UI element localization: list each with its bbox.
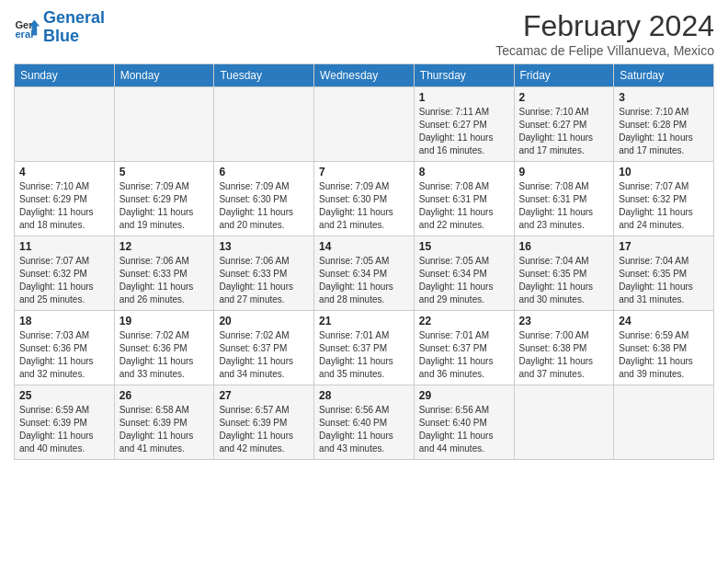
calendar-cell [114,87,214,162]
day-number: 9 [519,166,609,178]
calendar-cell: 7Sunrise: 7:09 AMSunset: 6:30 PMDaylight… [314,162,415,236]
day-number: 3 [619,91,709,104]
calendar-cell: 12Sunrise: 7:06 AMSunset: 6:33 PMDayligh… [114,236,214,311]
calendar-cell: 20Sunrise: 7:02 AMSunset: 6:37 PMDayligh… [214,311,314,385]
day-number: 6 [219,166,309,178]
day-info: Sunrise: 6:58 AMSunset: 6:39 PMDaylight:… [119,404,210,455]
logo-text-line2: Blue [43,28,105,46]
day-info: Sunrise: 7:10 AMSunset: 6:29 PMDaylight:… [19,180,109,232]
calendar-cell: 13Sunrise: 7:06 AMSunset: 6:33 PMDayligh… [214,236,314,311]
calendar-week-row: 25Sunrise: 6:59 AMSunset: 6:39 PMDayligh… [15,385,714,460]
calendar-cell: 10Sunrise: 7:07 AMSunset: 6:32 PMDayligh… [614,162,714,236]
day-info: Sunrise: 6:56 AMSunset: 6:40 PMDaylight:… [319,404,409,455]
day-number: 8 [419,166,509,178]
calendar-cell: 9Sunrise: 7:08 AMSunset: 6:31 PMDaylight… [514,162,614,236]
calendar-cell: 1Sunrise: 7:11 AMSunset: 6:27 PMDaylight… [414,87,514,162]
day-info: Sunrise: 6:57 AMSunset: 6:39 PMDaylight:… [219,404,309,455]
calendar-cell: 29Sunrise: 6:56 AMSunset: 6:40 PMDayligh… [414,385,514,460]
day-info: Sunrise: 6:56 AMSunset: 6:40 PMDaylight:… [419,404,509,455]
calendar-cell: 17Sunrise: 7:04 AMSunset: 6:35 PMDayligh… [614,236,714,311]
calendar-cell: 18Sunrise: 7:03 AMSunset: 6:36 PMDayligh… [15,311,115,385]
page-header: Gen eral General Blue February 2024 Teca… [14,9,714,58]
day-info: Sunrise: 6:59 AMSunset: 6:38 PMDaylight:… [619,329,709,381]
col-header-friday: Friday [514,64,614,87]
calendar-cell: 15Sunrise: 7:05 AMSunset: 6:34 PMDayligh… [414,236,514,311]
col-header-monday: Monday [114,64,214,87]
calendar-cell: 16Sunrise: 7:04 AMSunset: 6:35 PMDayligh… [514,236,614,311]
day-number: 28 [319,389,409,402]
calendar-week-row: 18Sunrise: 7:03 AMSunset: 6:36 PMDayligh… [15,311,714,385]
day-info: Sunrise: 7:04 AMSunset: 6:35 PMDaylight:… [619,255,709,306]
day-number: 23 [519,315,609,327]
calendar-cell: 3Sunrise: 7:10 AMSunset: 6:28 PMDaylight… [614,87,714,162]
day-number: 26 [119,389,210,402]
day-info: Sunrise: 7:02 AMSunset: 6:36 PMDaylight:… [119,329,210,381]
day-number: 10 [619,166,709,178]
day-number: 20 [219,315,309,327]
calendar-week-row: 4Sunrise: 7:10 AMSunset: 6:29 PMDaylight… [15,162,714,236]
day-info: Sunrise: 7:06 AMSunset: 6:33 PMDaylight:… [219,255,309,306]
day-info: Sunrise: 7:07 AMSunset: 6:32 PMDaylight:… [19,255,109,306]
calendar-week-row: 11Sunrise: 7:07 AMSunset: 6:32 PMDayligh… [15,236,714,311]
day-info: Sunrise: 7:06 AMSunset: 6:33 PMDaylight:… [119,255,210,306]
page-title: February 2024 [495,9,714,43]
logo: Gen eral General Blue [14,9,105,46]
day-number: 19 [119,315,210,327]
day-info: Sunrise: 7:09 AMSunset: 6:30 PMDaylight:… [219,180,309,232]
calendar-cell: 23Sunrise: 7:00 AMSunset: 6:38 PMDayligh… [514,311,614,385]
day-number: 11 [19,240,109,253]
day-info: Sunrise: 7:09 AMSunset: 6:30 PMDaylight:… [319,180,409,232]
day-number: 22 [419,315,509,327]
col-header-thursday: Thursday [414,64,514,87]
calendar-cell: 27Sunrise: 6:57 AMSunset: 6:39 PMDayligh… [214,385,314,460]
day-info: Sunrise: 7:08 AMSunset: 6:31 PMDaylight:… [519,180,609,232]
logo-text-line1: General [43,9,105,28]
calendar-table: SundayMondayTuesdayWednesdayThursdayFrid… [14,63,714,460]
day-info: Sunrise: 7:04 AMSunset: 6:35 PMDaylight:… [519,255,609,306]
calendar-cell: 2Sunrise: 7:10 AMSunset: 6:27 PMDaylight… [514,87,614,162]
calendar-cell: 26Sunrise: 6:58 AMSunset: 6:39 PMDayligh… [114,385,214,460]
day-number: 2 [519,91,609,104]
day-number: 15 [419,240,509,253]
day-info: Sunrise: 7:00 AMSunset: 6:38 PMDaylight:… [519,329,609,381]
logo-icon: Gen eral [14,15,40,40]
day-info: Sunrise: 7:02 AMSunset: 6:37 PMDaylight:… [219,329,309,381]
calendar-cell: 4Sunrise: 7:10 AMSunset: 6:29 PMDaylight… [15,162,115,236]
calendar-cell: 14Sunrise: 7:05 AMSunset: 6:34 PMDayligh… [314,236,415,311]
title-block: February 2024 Tecamac de Felipe Villanue… [495,9,714,58]
day-number: 5 [119,166,210,178]
col-header-tuesday: Tuesday [214,64,314,87]
calendar-cell: 28Sunrise: 6:56 AMSunset: 6:40 PMDayligh… [314,385,415,460]
day-number: 14 [319,240,409,253]
day-info: Sunrise: 7:01 AMSunset: 6:37 PMDaylight:… [419,329,509,381]
calendar-cell: 11Sunrise: 7:07 AMSunset: 6:32 PMDayligh… [15,236,115,311]
day-number: 13 [219,240,309,253]
day-info: Sunrise: 7:03 AMSunset: 6:36 PMDaylight:… [19,329,109,381]
calendar-cell [15,87,115,162]
calendar-cell: 21Sunrise: 7:01 AMSunset: 6:37 PMDayligh… [314,311,415,385]
day-number: 18 [19,315,109,327]
calendar-cell: 24Sunrise: 6:59 AMSunset: 6:38 PMDayligh… [614,311,714,385]
day-info: Sunrise: 7:05 AMSunset: 6:34 PMDaylight:… [419,255,509,306]
calendar-cell: 5Sunrise: 7:09 AMSunset: 6:29 PMDaylight… [114,162,214,236]
calendar-cell: 8Sunrise: 7:08 AMSunset: 6:31 PMDaylight… [414,162,514,236]
calendar-cell [214,87,314,162]
day-number: 7 [319,166,409,178]
page-subtitle: Tecamac de Felipe Villanueva, Mexico [495,43,714,58]
calendar-week-row: 1Sunrise: 7:11 AMSunset: 6:27 PMDaylight… [15,87,714,162]
day-info: Sunrise: 7:10 AMSunset: 6:28 PMDaylight:… [619,106,709,157]
col-header-wednesday: Wednesday [314,64,415,87]
col-header-saturday: Saturday [614,64,714,87]
col-header-sunday: Sunday [15,64,115,87]
day-number: 16 [519,240,609,253]
day-number: 27 [219,389,309,402]
day-number: 24 [619,315,709,327]
day-number: 12 [119,240,210,253]
day-info: Sunrise: 6:59 AMSunset: 6:39 PMDaylight:… [19,404,109,455]
calendar-cell [514,385,614,460]
day-number: 25 [19,389,109,402]
calendar-cell [614,385,714,460]
calendar-cell: 19Sunrise: 7:02 AMSunset: 6:36 PMDayligh… [114,311,214,385]
day-info: Sunrise: 7:01 AMSunset: 6:37 PMDaylight:… [319,329,409,381]
day-info: Sunrise: 7:10 AMSunset: 6:27 PMDaylight:… [519,106,609,157]
